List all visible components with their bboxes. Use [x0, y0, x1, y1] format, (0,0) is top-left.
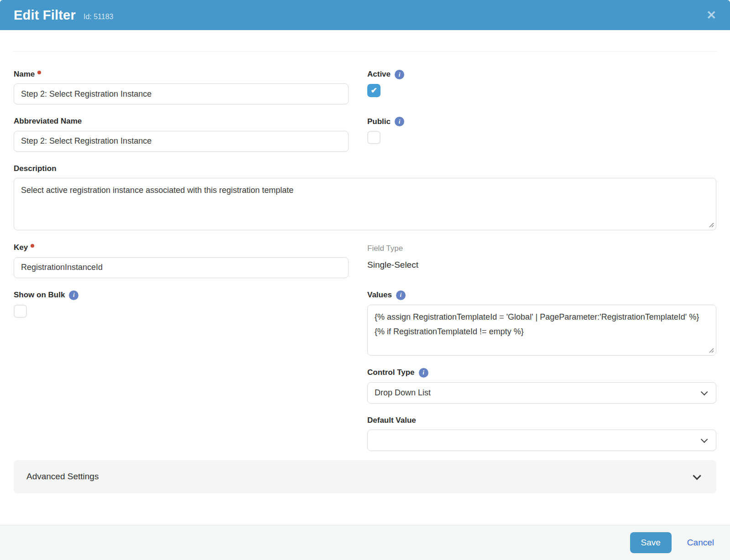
modal-header: Edit Filter Id: 51183 ✕	[0, 0, 730, 30]
modal-id-badge: Id: 51183	[83, 13, 114, 21]
header-divider	[13, 51, 717, 52]
advanced-settings-toggle[interactable]: Advanced Settings	[14, 460, 716, 493]
save-button[interactable]: Save	[630, 532, 672, 553]
modal-body: Name Active i ✔ Abbreviated Name	[0, 30, 730, 525]
description-field-group: Description Select active registration i…	[14, 164, 716, 230]
resize-handle-icon[interactable]	[707, 221, 714, 228]
active-label: Active i	[367, 70, 716, 79]
key-input[interactable]	[14, 257, 349, 278]
name-input[interactable]	[14, 83, 349, 104]
name-label: Name	[14, 70, 349, 79]
info-icon[interactable]: i	[419, 368, 428, 378]
show-on-bulk-checkbox[interactable]: ✔	[14, 305, 27, 318]
values-label: Values i	[367, 290, 716, 300]
abbreviated-name-input[interactable]	[14, 131, 349, 152]
required-indicator	[31, 244, 34, 248]
control-type-label: Control Type i	[367, 368, 716, 378]
public-field-group: Public i ✔	[367, 117, 716, 151]
key-label: Key	[14, 243, 349, 252]
description-textarea[interactable]: Select active registration instance asso…	[14, 178, 716, 230]
edit-filter-modal: Edit Filter Id: 51183 ✕ Name Active i ✔	[0, 0, 730, 560]
required-indicator	[37, 71, 41, 74]
show-on-bulk-column: Show on Bulk i ✔	[14, 290, 349, 451]
modal-title: Edit Filter	[14, 8, 76, 23]
values-column: Values i {% assign RegistrationTemplateI…	[367, 290, 716, 451]
show-on-bulk-label: Show on Bulk i	[14, 290, 349, 300]
default-value-label: Default Value	[367, 416, 716, 425]
control-type-selected-value: Drop Down List	[375, 388, 431, 398]
field-type-value: Single-Select	[367, 260, 716, 270]
key-field-group: Key	[14, 243, 349, 278]
modal-footer: Save Cancel	[0, 525, 730, 560]
cancel-link[interactable]: Cancel	[687, 538, 714, 548]
info-icon[interactable]: i	[395, 117, 404, 126]
control-type-select[interactable]: Drop Down List	[367, 382, 716, 404]
active-field-group: Active i ✔	[367, 70, 716, 104]
info-icon[interactable]: i	[396, 290, 406, 300]
values-field-group: Values i {% assign RegistrationTemplateI…	[367, 290, 716, 356]
default-value-field-group: Default Value	[367, 416, 716, 451]
show-on-bulk-field-group: Show on Bulk i ✔	[14, 290, 349, 318]
abbreviated-name-field-group: Abbreviated Name	[14, 117, 349, 151]
resize-handle-icon[interactable]	[707, 346, 714, 353]
chevron-down-icon	[693, 472, 701, 480]
field-type-label: Field Type	[367, 244, 716, 253]
chevron-down-icon	[701, 388, 708, 395]
default-value-select[interactable]	[367, 430, 716, 451]
name-field-group: Name	[14, 70, 349, 104]
public-checkbox[interactable]: ✔	[367, 131, 381, 144]
active-checkbox[interactable]: ✔	[367, 84, 381, 97]
info-icon[interactable]: i	[69, 290, 78, 300]
info-icon[interactable]: i	[395, 70, 404, 79]
description-label: Description	[14, 164, 716, 173]
field-type-group: Field Type Single-Select	[367, 243, 716, 278]
abbreviated-name-label: Abbreviated Name	[14, 117, 349, 126]
checkmark-icon: ✔	[370, 86, 377, 95]
values-textarea[interactable]: {% assign RegistrationTemplateId = 'Glob…	[367, 305, 716, 356]
advanced-settings-label: Advanced Settings	[26, 472, 99, 482]
close-icon[interactable]: ✕	[706, 9, 716, 21]
control-type-field-group: Control Type i Drop Down List	[367, 368, 716, 404]
chevron-down-icon	[701, 436, 708, 443]
public-label: Public i	[367, 117, 716, 126]
